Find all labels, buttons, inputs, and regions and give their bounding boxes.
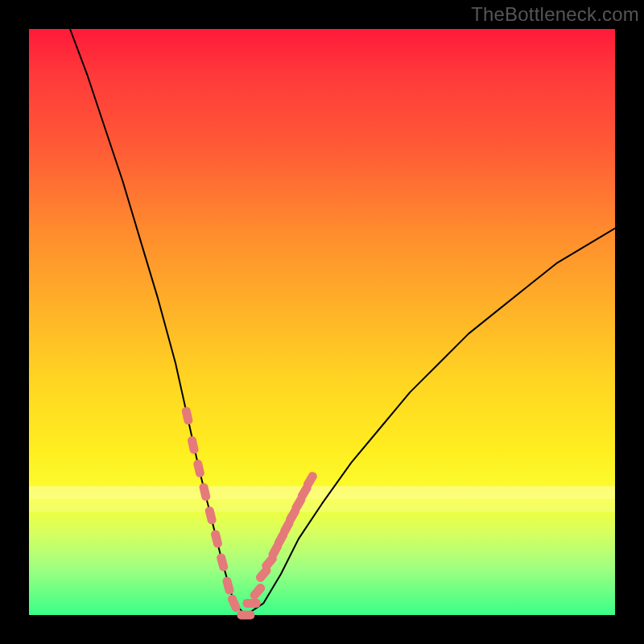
watermark-text: TheBottleneck.com — [471, 3, 639, 26]
curve-marker — [210, 529, 223, 548]
curve-marker — [187, 436, 200, 455]
curve-marker — [204, 506, 217, 525]
curve-svg — [29, 29, 615, 615]
curve-marker — [237, 611, 254, 620]
bottleneck-curve — [70, 29, 615, 615]
curve-marker — [249, 582, 267, 601]
curve-marker — [221, 576, 234, 596]
curve-marker — [192, 459, 205, 478]
curve-marker — [181, 407, 194, 426]
chart-frame: TheBottleneck.com — [0, 0, 644, 644]
curve-marker — [226, 593, 242, 613]
curve-marker — [243, 599, 261, 608]
plot-area — [29, 29, 615, 615]
curve-marker — [199, 482, 212, 502]
marker-group — [181, 407, 319, 620]
curve-marker — [216, 552, 229, 572]
